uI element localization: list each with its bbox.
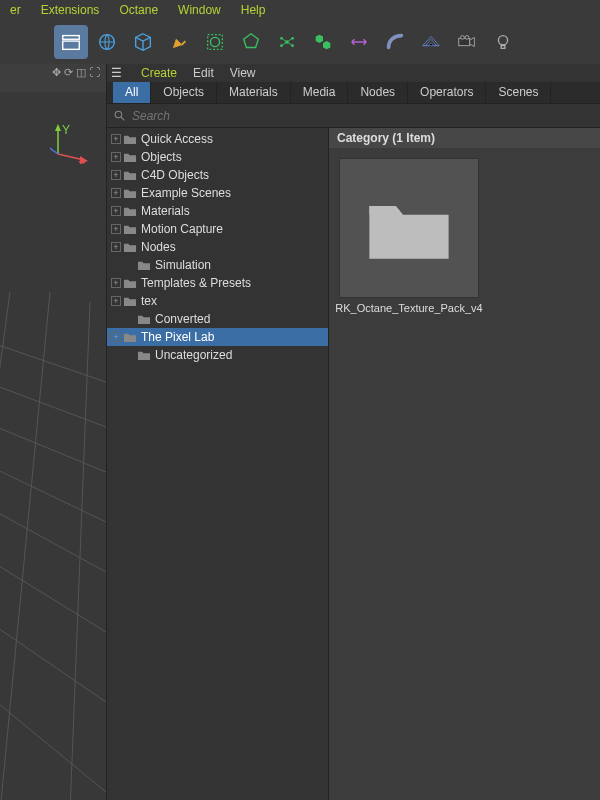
svg-point-32: [115, 111, 122, 118]
tree-item-label: Converted: [155, 312, 210, 326]
expand-icon[interactable]: +: [111, 296, 121, 306]
asset-browser: ☰ Create Edit View All Objects Materials…: [106, 64, 600, 800]
panel-menu-edit[interactable]: Edit: [185, 64, 222, 82]
search-icon[interactable]: [113, 109, 126, 122]
panel-menu-create[interactable]: Create: [133, 64, 185, 82]
viewport-panel: ✥ ⟳ ◫ ⛶ Y X: [0, 64, 106, 800]
menu-er[interactable]: er: [0, 1, 31, 19]
menu-extensions[interactable]: Extensions: [31, 1, 110, 19]
tab-media[interactable]: Media: [291, 82, 349, 103]
search-input[interactable]: [132, 109, 594, 123]
expand-icon[interactable]: +: [111, 152, 121, 162]
light-icon[interactable]: [486, 25, 520, 59]
tree-item[interactable]: Simulation: [107, 256, 328, 274]
menu-help[interactable]: Help: [231, 1, 276, 19]
tree-item[interactable]: +Materials: [107, 202, 328, 220]
instance-icon[interactable]: [306, 25, 340, 59]
detail-header: Category (1 Item): [329, 128, 600, 148]
filter-tabs: All Objects Materials Media Nodes Operat…: [107, 82, 600, 104]
svg-line-24: [0, 452, 106, 522]
scale-icon[interactable]: [342, 25, 376, 59]
camera-icon[interactable]: [450, 25, 484, 59]
svg-line-26: [0, 542, 106, 632]
tree-item[interactable]: +Templates & Presets: [107, 274, 328, 292]
tree-item[interactable]: +Nodes: [107, 238, 328, 256]
tab-scenes[interactable]: Scenes: [486, 82, 551, 103]
bend-icon[interactable]: [378, 25, 412, 59]
tree-item[interactable]: +C4D Objects: [107, 166, 328, 184]
expand-icon[interactable]: +: [111, 332, 121, 342]
subdiv-icon[interactable]: [198, 25, 232, 59]
expand-icon[interactable]: +: [111, 188, 121, 198]
tree-item-label: Uncategorized: [155, 348, 232, 362]
expand-icon[interactable]: +: [111, 206, 121, 216]
tree-item[interactable]: +Objects: [107, 148, 328, 166]
zoom-icon[interactable]: ◫: [76, 66, 86, 79]
svg-line-33: [121, 117, 124, 120]
expand-icon[interactable]: +: [111, 134, 121, 144]
expand-icon[interactable]: +: [111, 278, 121, 288]
expand-icon[interactable]: +: [111, 242, 121, 252]
pen-icon[interactable]: [162, 25, 196, 59]
tab-materials[interactable]: Materials: [217, 82, 291, 103]
svg-line-21: [0, 332, 106, 382]
svg-line-31: [70, 302, 90, 800]
svg-point-12: [465, 36, 469, 40]
tree-item-label: The Pixel Lab: [141, 330, 214, 344]
svg-rect-1: [63, 41, 80, 49]
tree-item-label: Simulation: [155, 258, 211, 272]
detail-body: RK_Octane_Texture_Pack_v4: [329, 148, 600, 800]
expand-icon[interactable]: +: [111, 170, 121, 180]
cube-icon[interactable]: [126, 25, 160, 59]
hamburger-icon[interactable]: ☰: [111, 66, 133, 80]
svg-line-25: [0, 492, 106, 572]
svg-point-4: [210, 37, 219, 46]
svg-rect-10: [459, 38, 470, 45]
floor-icon[interactable]: [414, 25, 448, 59]
tree-item-label: Nodes: [141, 240, 176, 254]
svg-point-11: [461, 36, 465, 40]
tab-all[interactable]: All: [113, 82, 151, 103]
rotate-icon[interactable]: ⟳: [64, 66, 73, 79]
tab-nodes[interactable]: Nodes: [348, 82, 408, 103]
tree-item-label: C4D Objects: [141, 168, 209, 182]
tab-operators[interactable]: Operators: [408, 82, 486, 103]
tree-item-label: Example Scenes: [141, 186, 231, 200]
tree-item[interactable]: +Example Scenes: [107, 184, 328, 202]
tree-item[interactable]: Uncategorized: [107, 346, 328, 364]
tree-item-label: Motion Capture: [141, 222, 223, 236]
panel-menu: ☰ Create Edit View: [107, 64, 600, 82]
search-row: [107, 104, 600, 128]
svg-line-27: [0, 602, 106, 702]
world-icon[interactable]: [90, 25, 124, 59]
tree-item[interactable]: +tex: [107, 292, 328, 310]
tree-item[interactable]: +Quick Access: [107, 130, 328, 148]
tab-objects[interactable]: Objects: [151, 82, 217, 103]
polygon-icon[interactable]: [234, 25, 268, 59]
tree-item-label: Quick Access: [141, 132, 213, 146]
svg-rect-0: [63, 36, 80, 40]
main-toolbar: [0, 20, 600, 64]
svg-line-30: [0, 292, 50, 800]
asset-label: RK_Octane_Texture_Pack_v4: [335, 302, 482, 314]
svg-point-13: [498, 36, 507, 45]
tree-item-label: Templates & Presets: [141, 276, 251, 290]
browser-icon[interactable]: [54, 25, 88, 59]
menu-window[interactable]: Window: [168, 1, 231, 19]
expand-icon[interactable]: +: [111, 224, 121, 234]
maximize-icon[interactable]: ⛶: [89, 66, 100, 78]
category-tree[interactable]: +Quick Access+Objects+C4D Objects+Exampl…: [107, 128, 329, 800]
tree-item[interactable]: Converted: [107, 310, 328, 328]
tree-item[interactable]: +The Pixel Lab: [107, 328, 328, 346]
detail-panel: Category (1 Item) RK_Octane_Texture_Pack…: [329, 128, 600, 800]
asset-thumbnail[interactable]: RK_Octane_Texture_Pack_v4: [339, 158, 479, 314]
svg-line-28: [0, 672, 106, 792]
tree-item[interactable]: +Motion Capture: [107, 220, 328, 238]
panel-menu-view[interactable]: View: [222, 64, 264, 82]
move-icon[interactable]: ✥: [52, 66, 61, 79]
viewport-mini-toolbar: ✥ ⟳ ◫ ⛶: [0, 64, 106, 80]
menu-octane[interactable]: Octane: [109, 1, 168, 19]
viewport[interactable]: Y X: [0, 92, 106, 800]
tree-item-label: tex: [141, 294, 157, 308]
particles-icon[interactable]: [270, 25, 304, 59]
